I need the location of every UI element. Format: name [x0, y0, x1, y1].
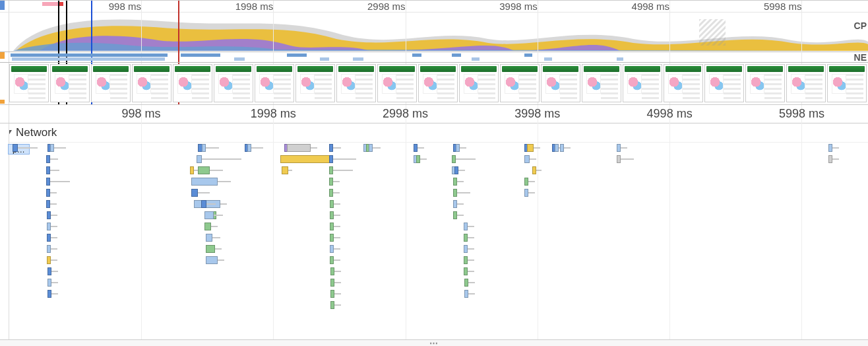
network-request-bar[interactable]	[330, 223, 340, 232]
network-request-bar[interactable]	[47, 245, 57, 254]
overview-ruler[interactable]: 998 ms1998 ms2998 ms3998 ms4998 ms5998 m…	[0, 1, 868, 13]
network-request-bar[interactable]	[464, 267, 474, 277]
network-request-bar[interactable]	[47, 256, 57, 265]
network-request-bar[interactable]	[47, 279, 58, 288]
network-request-bar[interactable]	[47, 234, 57, 243]
network-request-bar[interactable]	[287, 144, 317, 153]
screenshot-frame[interactable]	[255, 64, 294, 102]
network-request-bar[interactable]	[198, 166, 223, 176]
network-request-bar[interactable]	[452, 155, 476, 164]
screenshot-frame[interactable]	[173, 64, 212, 102]
network-request-bar[interactable]	[524, 189, 535, 198]
network-request-bar[interactable]	[330, 290, 341, 299]
network-request-bar[interactable]	[464, 223, 474, 232]
network-request-bar[interactable]	[454, 166, 465, 176]
screenshot-frame[interactable]	[459, 64, 499, 102]
screenshot-frame[interactable]	[132, 64, 171, 102]
network-request-bar[interactable]	[330, 301, 341, 310]
network-request-bar[interactable]	[524, 178, 535, 187]
network-request-bar[interactable]	[47, 211, 57, 221]
network-request-bar[interactable]	[191, 178, 231, 187]
network-request-bar[interactable]	[453, 178, 464, 187]
network-request-bar[interactable]	[453, 189, 470, 198]
network-request-bar[interactable]	[197, 155, 241, 164]
screenshot-frame[interactable]	[295, 64, 335, 102]
screenshot-frame[interactable]	[541, 64, 580, 102]
network-request-bar[interactable]	[47, 223, 57, 232]
screenshot-frame[interactable]	[704, 64, 744, 102]
network-request-bar[interactable]	[456, 144, 466, 153]
screenshot-frame[interactable]	[50, 64, 90, 102]
network-request-bar[interactable]	[828, 144, 839, 153]
screenshot-frame[interactable]	[214, 64, 253, 102]
network-request-bar[interactable]	[329, 155, 356, 164]
network-request-bar[interactable]	[202, 144, 219, 153]
network-request-bar[interactable]	[204, 211, 220, 221]
screenshot-frame[interactable]	[827, 64, 867, 102]
network-request-bar[interactable]	[204, 223, 218, 232]
main-ruler[interactable]: 998 ms1998 ms2998 ms3998 ms4998 ms5998 m…	[0, 105, 868, 123]
network-request-bar[interactable]	[201, 200, 216, 209]
network-request-bar[interactable]	[464, 234, 474, 243]
network-request-bar[interactable]	[46, 166, 59, 176]
network-request-bar[interactable]	[329, 189, 340, 198]
network-request-bar[interactable]	[329, 144, 341, 153]
network-request-bar[interactable]	[206, 245, 222, 254]
network-request-bar[interactable]	[46, 189, 57, 198]
network-request-bar[interactable]	[206, 256, 224, 265]
network-request-bar[interactable]	[617, 144, 627, 153]
screenshot-frame[interactable]	[664, 64, 703, 102]
network-request-bar[interactable]	[50, 144, 66, 153]
network-request-bar[interactable]	[247, 144, 263, 153]
network-waterfall[interactable]: p…	[0, 143, 868, 334]
screenshot-frame[interactable]	[377, 64, 417, 102]
network-request-bar[interactable]	[13, 144, 38, 153]
network-request-bar[interactable]	[330, 256, 340, 265]
network-request-bar[interactable]	[464, 245, 474, 254]
network-request-bar[interactable]	[330, 245, 340, 254]
network-request-bar[interactable]	[329, 166, 353, 176]
network-request-bar[interactable]	[527, 144, 540, 153]
network-request-bar[interactable]	[330, 234, 340, 243]
screenshot-frame[interactable]	[582, 64, 621, 102]
network-request-bar[interactable]	[369, 144, 381, 153]
screenshot-frame[interactable]	[623, 64, 662, 102]
network-request-bar[interactable]	[47, 267, 58, 277]
screenshot-frame[interactable]	[786, 64, 826, 102]
network-request-bar[interactable]	[330, 267, 341, 277]
network-request-bar[interactable]	[330, 279, 341, 288]
screenshot-frame[interactable]	[91, 64, 131, 102]
network-request-bar[interactable]	[46, 200, 57, 209]
network-request-bar[interactable]	[524, 155, 536, 164]
screenshot-frame[interactable]	[418, 64, 458, 102]
network-request-bar[interactable]	[414, 144, 424, 153]
network-request-bar[interactable]	[330, 211, 340, 221]
network-request-bar[interactable]	[329, 178, 340, 187]
panel-splitter[interactable]: ⋯	[0, 339, 868, 346]
network-request-bar[interactable]	[416, 155, 427, 164]
network-request-bar[interactable]	[560, 144, 571, 153]
network-request-bar[interactable]	[532, 166, 542, 176]
network-request-bar[interactable]	[828, 155, 839, 164]
network-request-bar[interactable]	[206, 234, 220, 243]
screenshot-frame[interactable]	[745, 64, 785, 102]
network-overview[interactable]: NE	[0, 52, 868, 63]
screenshot-frame[interactable]	[336, 64, 376, 102]
overview-timeline[interactable]: 998 ms1998 ms2998 ms3998 ms4998 ms5998 m…	[0, 1, 868, 52]
network-request-bar[interactable]	[464, 256, 474, 265]
network-request-bar[interactable]	[46, 155, 58, 164]
screenshot-frame[interactable]	[500, 64, 540, 102]
network-request-bar[interactable]	[464, 279, 475, 288]
network-request-bar[interactable]	[46, 178, 70, 187]
network-request-bar[interactable]	[330, 200, 340, 209]
network-request-bar[interactable]	[282, 166, 292, 176]
network-request-bar[interactable]	[191, 189, 210, 198]
screenshot-frame[interactable]	[9, 64, 49, 102]
network-request-bar[interactable]	[464, 290, 475, 299]
network-request-bar[interactable]	[453, 211, 464, 221]
network-request-bar[interactable]	[47, 290, 58, 299]
network-section-header[interactable]: Network	[0, 123, 868, 143]
screenshot-filmstrip[interactable]	[0, 63, 868, 105]
network-request-bar[interactable]	[453, 200, 464, 209]
network-request-bar[interactable]	[617, 155, 634, 164]
